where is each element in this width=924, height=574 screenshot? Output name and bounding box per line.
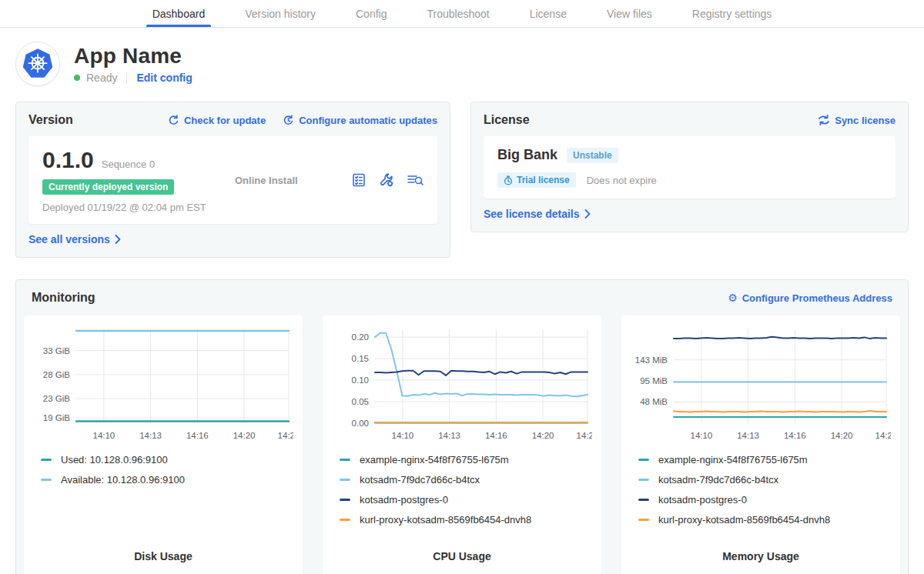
file-search-icon [407,172,424,188]
legend-label: Available: 10.128.0.96:9100 [61,474,185,486]
deployed-timestamp: Deployed 01/19/22 @ 02:04 pm EST [42,202,235,213]
svg-text:0.15: 0.15 [352,354,369,363]
legend-item: kurl-proxy-kotsadm-8569fb6454-dnvh8 [340,514,592,526]
tab-dashboard[interactable]: Dashboard [132,0,226,27]
svg-text:143 MiB: 143 MiB [635,355,668,365]
svg-text:0.20: 0.20 [352,332,369,342]
preflight-checks-button[interactable] [351,172,367,188]
configure-automatic-updates-label: Configure automatic updates [299,115,437,126]
tab-config[interactable]: Config [336,0,407,27]
series-swatch [638,499,649,501]
legend-item: kurl-proxy-kotsadm-8569fb6454-dnvh8 [638,514,891,526]
tab-label: Registry settings [692,8,772,20]
version-card-title: Version [28,113,73,127]
svg-text:14:13: 14:13 [438,431,460,440]
trial-license-badge: Trial license [497,172,576,188]
sync-license-link[interactable]: Sync license [818,115,896,126]
monitoring-section: Monitoring ⚙ Configure Prometheus Addres… [15,279,909,574]
svg-text:0.05: 0.05 [352,397,369,406]
sync-icon [818,115,830,125]
legend-item: kotsadm-postgres-0 [340,494,592,506]
series-swatch [340,479,350,481]
chevron-right-icon [115,235,121,244]
deployed-badge: Currently deployed version [42,179,174,195]
legend-label: Used: 10.128.0.96:9100 [61,454,168,466]
license-expiry: Does not expire [587,175,657,186]
app-header: App Name Ready Edit config [0,28,924,94]
top-nav: Dashboard Version history Config Trouble… [0,0,924,28]
legend-label: kurl-proxy-kotsadm-8569fb6454-dnvh8 [360,514,531,526]
chart-title: CPU Usage [332,550,592,569]
tab-license[interactable]: License [510,0,587,27]
see-license-details-link[interactable]: See license details [484,208,591,220]
version-number: 0.1.0 [42,147,94,173]
configure-prometheus-label: Configure Prometheus Address [742,292,892,304]
svg-text:23 GiB: 23 GiB [43,394,70,403]
tab-label: License [530,8,567,20]
tab-label: Version history [245,8,316,20]
svg-text:19 GiB: 19 GiB [43,413,70,422]
legend-label: kotsadm-postgres-0 [658,494,747,506]
legend-label: kotsadm-postgres-0 [360,494,448,506]
trial-license-label: Trial license [517,175,570,185]
gear-icon: ⚙ [728,292,738,303]
tab-version-history[interactable]: Version history [225,0,336,27]
svg-text:14:20: 14:20 [233,431,256,440]
tab-troubleshoot[interactable]: Troubleshoot [407,0,509,27]
legend-label: kurl-proxy-kotsadm-8569fb6454-dnvh8 [658,514,830,526]
disk-usage-chart-card: 19 GiB23 GiB28 GiB33 GiB14:1014:1314:161… [24,315,303,574]
svg-text:14:10: 14:10 [391,431,413,440]
monitoring-title: Monitoring [32,291,95,305]
svg-text:14:23: 14:23 [278,431,293,440]
svg-text:33 GiB: 33 GiB [43,346,70,355]
tab-label: Config [356,8,387,20]
edit-config-link[interactable]: Edit config [136,72,192,84]
svg-text:14:23: 14:23 [577,431,592,440]
tab-view-files[interactable]: View files [587,0,672,27]
svg-text:95 MiB: 95 MiB [640,376,668,385]
check-for-update-link[interactable]: Check for update [168,115,266,126]
chart-title: Memory Usage [631,550,891,569]
legend-label: example-nginx-54f8f76755-l675m [360,454,509,466]
license-card-title: License [484,113,530,127]
svg-text:0.10: 0.10 [352,375,369,385]
svg-text:28 GiB: 28 GiB [43,370,70,379]
sync-license-label: Sync license [835,115,896,126]
view-deploy-logs-button[interactable] [407,172,424,188]
legend-label: kotsadm-7f9dc7d66c-b4tcx [360,474,480,486]
see-all-versions-link[interactable]: See all versions [28,233,121,245]
svg-text:14:16: 14:16 [485,431,507,440]
see-license-details-label: See license details [484,208,580,220]
series-swatch [41,479,52,481]
license-card: License Sync license Big Bank Unstable [470,102,909,232]
stopwatch-icon [504,175,513,185]
series-swatch [638,459,649,461]
legend-label: example-nginx-54f8f76755-l675m [658,454,808,466]
legend-item: kotsadm-7f9dc7d66c-b4tcx [340,474,592,486]
page-title: App Name [74,44,192,68]
configure-automatic-updates-link[interactable]: Configure automatic updates [283,115,437,126]
license-name: Big Bank [497,147,557,163]
status-text: Ready [86,72,117,84]
svg-text:14:16: 14:16 [186,431,209,440]
series-swatch [340,519,350,521]
svg-text:14:20: 14:20 [831,431,853,440]
tab-label: Troubleshoot [427,8,489,20]
check-for-update-label: Check for update [184,115,266,126]
legend-item: Available: 10.128.0.96:9100 [41,474,293,486]
tab-registry-settings[interactable]: Registry settings [672,0,792,27]
series-swatch [638,519,649,521]
svg-text:14:10: 14:10 [92,431,115,440]
memory-usage-chart-card: 48 MiB95 MiB143 MiB14:1014:1314:1614:201… [621,315,900,574]
version-card: Version Check for update Configure au [15,102,450,258]
configure-prometheus-link[interactable]: ⚙ Configure Prometheus Address [728,292,892,304]
svg-text:14:10: 14:10 [690,431,712,440]
wrench-gear-icon [379,172,394,188]
cpu-usage-chart-card: 0.000.050.100.150.2014:1014:1314:1614:20… [323,315,601,574]
sequence-label: Sequence 0 [102,159,155,170]
chart-title: Disk Usage [33,550,293,569]
svg-text:14:23: 14:23 [875,431,891,440]
edit-config-button[interactable] [379,172,394,188]
chevron-right-icon [584,209,591,219]
preflight-checklist-icon [351,172,367,188]
